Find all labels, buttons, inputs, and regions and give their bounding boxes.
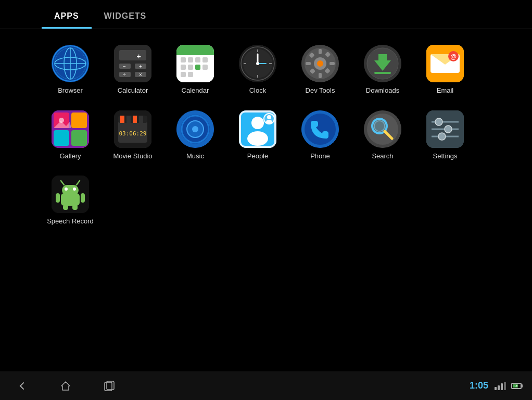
app-clock[interactable]: Clock xyxy=(229,40,286,100)
svg-text:03:06:29: 03:06:29 xyxy=(119,130,147,137)
svg-point-41 xyxy=(256,62,259,65)
app-calendar[interactable]: Calendar xyxy=(167,40,224,100)
app-music[interactable]: Music xyxy=(167,105,224,166)
app-search[interactable]: Search xyxy=(354,105,411,166)
app-email[interactable]: @ Email xyxy=(416,40,474,100)
movie-icon: 03:06:29 xyxy=(114,110,151,148)
svg-rect-28 xyxy=(195,65,200,70)
svg-rect-22 xyxy=(181,57,186,63)
svg-rect-29 xyxy=(202,65,208,70)
app-settings[interactable]: Settings xyxy=(416,105,474,166)
downloads-icon xyxy=(364,45,401,82)
svg-rect-57 xyxy=(374,72,391,74)
svg-point-85 xyxy=(251,117,264,129)
app-people[interactable]: People xyxy=(229,105,286,166)
svg-rect-76 xyxy=(139,116,143,123)
svg-text:×: × xyxy=(139,72,142,78)
svg-text:+: + xyxy=(139,64,142,69)
svg-point-86 xyxy=(247,131,268,146)
app-calculator[interactable]: — + − + ÷ × Calculator xyxy=(104,40,161,100)
svg-rect-26 xyxy=(181,65,186,70)
svg-rect-47 xyxy=(319,73,322,78)
app-movie-studio[interactable]: 03:06:29 Movie Studio xyxy=(104,105,161,166)
music-label: Music xyxy=(186,152,204,160)
search-label: Search xyxy=(372,152,393,160)
clock-label: Clock xyxy=(249,86,267,95)
settings-label: Settings xyxy=(433,152,458,160)
svg-marker-119 xyxy=(515,384,517,388)
email-label: Email xyxy=(437,86,454,95)
bottom-nav-bar: 1:05 xyxy=(0,371,532,400)
svg-rect-114 xyxy=(63,205,68,210)
status-bar: 1:05 xyxy=(470,380,522,391)
clock-icon xyxy=(239,45,276,82)
movie-studio-label: Movie Studio xyxy=(113,152,152,160)
calculator-label: Calculator xyxy=(118,86,148,95)
settings-icon xyxy=(426,110,464,148)
svg-rect-107 xyxy=(62,185,79,195)
svg-rect-73 xyxy=(120,116,124,123)
speechrecord-label: Speech Record xyxy=(47,217,94,226)
svg-point-108 xyxy=(65,188,68,191)
battery-icon xyxy=(511,383,522,389)
svg-point-81 xyxy=(192,126,198,132)
search-icon xyxy=(364,110,401,148)
svg-rect-49 xyxy=(330,62,335,65)
app-gallery[interactable]: Gallery xyxy=(42,105,99,166)
browser-icon xyxy=(52,45,89,82)
downloads-label: Downloads xyxy=(366,86,399,95)
people-label: People xyxy=(247,152,268,160)
svg-rect-30 xyxy=(181,72,186,77)
devtools-icon xyxy=(301,45,339,82)
tab-widgets[interactable]: WIDGETS xyxy=(92,5,159,29)
svg-rect-25 xyxy=(202,57,208,63)
people-icon xyxy=(239,110,276,148)
tab-apps[interactable]: APPS xyxy=(42,5,92,29)
svg-rect-115 xyxy=(72,205,78,210)
nav-buttons xyxy=(16,380,116,392)
svg-point-45 xyxy=(317,60,323,67)
app-browser[interactable]: Browser xyxy=(42,40,99,100)
svg-point-100 xyxy=(435,118,442,126)
calendar-label: Calendar xyxy=(182,86,209,95)
svg-point-109 xyxy=(73,188,76,191)
svg-point-91 xyxy=(305,114,336,145)
svg-text:÷: ÷ xyxy=(123,72,126,78)
devtools-label: Dev Tools xyxy=(306,86,335,95)
svg-rect-27 xyxy=(188,65,193,70)
music-icon xyxy=(176,110,214,148)
svg-text:−: − xyxy=(123,64,126,69)
svg-rect-21 xyxy=(176,50,214,55)
signal-strength-icon xyxy=(495,382,506,390)
email-icon: @ xyxy=(426,45,464,82)
svg-rect-23 xyxy=(188,57,193,63)
svg-rect-46 xyxy=(319,49,322,54)
svg-rect-8 xyxy=(119,50,146,60)
svg-point-88 xyxy=(267,115,271,119)
calendar-icon xyxy=(176,45,214,82)
back-button[interactable] xyxy=(16,380,28,392)
app-phone[interactable]: Phone xyxy=(292,105,349,166)
svg-point-104 xyxy=(438,133,446,140)
svg-rect-113 xyxy=(81,193,85,203)
app-downloads[interactable]: Downloads xyxy=(354,40,411,100)
svg-text:@: @ xyxy=(450,53,457,60)
svg-rect-75 xyxy=(133,116,137,123)
svg-rect-74 xyxy=(126,116,131,123)
phone-label: Phone xyxy=(310,152,330,160)
browser-label: Browser xyxy=(58,86,83,95)
clock-display: 1:05 xyxy=(470,380,488,391)
svg-rect-112 xyxy=(56,193,60,203)
svg-text:+: + xyxy=(137,52,141,60)
svg-rect-24 xyxy=(195,57,200,63)
svg-rect-65 xyxy=(71,113,87,128)
svg-rect-48 xyxy=(306,62,311,65)
gallery-label: Gallery xyxy=(59,152,81,160)
svg-marker-116 xyxy=(61,382,70,390)
app-speech-record[interactable]: Speech Record xyxy=(42,170,99,231)
home-button[interactable] xyxy=(59,380,72,392)
tab-bar: APPS WIDGETS xyxy=(0,0,532,29)
app-devtools[interactable]: Dev Tools xyxy=(292,40,349,100)
recent-button[interactable] xyxy=(103,380,116,392)
svg-rect-67 xyxy=(71,130,87,146)
